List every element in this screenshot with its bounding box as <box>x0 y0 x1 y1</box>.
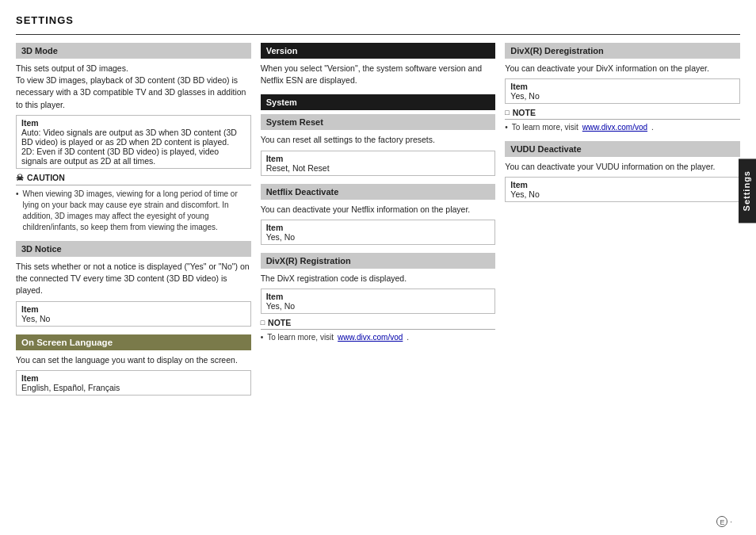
system-reset-item-label: Item <box>266 154 491 163</box>
section-3d-mode: 3D Mode This sets output of 3D images.To… <box>16 43 251 233</box>
3d-notice-text: This sets whether or not a notice is dis… <box>16 261 251 297</box>
3d-notice-header: 3D Notice <box>16 241 251 257</box>
on-screen-language-item-label: Item <box>21 373 246 383</box>
vudu-deactivate-item-label: Item <box>510 180 735 189</box>
caution-text: When viewing 3D images, viewing for a lo… <box>16 189 251 233</box>
divx-registration-note-line <box>261 329 496 330</box>
divx-deregistration-note-line <box>505 119 740 120</box>
divx-deregistration-header: DivX(R) Deregistration <box>505 43 740 59</box>
system-reset-item-box: Item Reset, Not Reset <box>261 151 496 176</box>
caution-box: ☠ CAUTION When viewing 3D images, viewin… <box>16 173 251 233</box>
netflix-deactivate-header: Netflix Deactivate <box>261 184 496 200</box>
3d-notice-item-value: Yes, No <box>21 314 246 323</box>
divx-deregistration-item-label: Item <box>510 82 735 91</box>
3d-mode-header: 3D Mode <box>16 43 251 59</box>
caution-label: CAUTION <box>27 173 65 182</box>
divx-registration-note-text: To learn more, visit www.divx.com/vod. <box>261 332 496 343</box>
divx-registration-link[interactable]: www.divx.com/vod <box>338 332 403 343</box>
divx-registration-note: □ NOTE To learn more, visit www.divx.com… <box>261 318 496 343</box>
divx-registration-item-value: Yes, No <box>266 301 491 311</box>
column-2: Version When you select "Version", the s… <box>261 43 496 351</box>
section-on-screen-language: On Screen Language You can set the langu… <box>16 334 251 396</box>
section-system-reset: System Reset You can reset all settings … <box>261 114 496 175</box>
divx-registration-text: The DivX registration code is displayed. <box>261 273 496 285</box>
netflix-deactivate-item-value: Yes, No <box>266 232 491 242</box>
divx-registration-item-label: Item <box>266 292 491 301</box>
version-text: When you select "Version", the system so… <box>261 63 496 86</box>
divx-deregistration-link[interactable]: www.divx.com/vod <box>582 122 647 133</box>
note-label-2: NOTE <box>513 108 536 117</box>
3d-mode-item-label: Item <box>21 118 246 128</box>
note-icon-2: □ <box>505 109 509 117</box>
divx-registration-item-box: Item Yes, No <box>261 289 496 314</box>
netflix-deactivate-item-label: Item <box>266 223 491 232</box>
vudu-deactivate-header: VUDU Deactivate <box>505 141 740 157</box>
caution-line <box>16 185 251 185</box>
divx-deregistration-note-text: To learn more, visit www.divx.com/vod. <box>505 122 740 133</box>
divx-registration-header: DivX(R) Registration <box>261 253 496 269</box>
page-number: E <box>716 516 727 527</box>
section-divx-registration: DivX(R) Registration The DivX registrati… <box>261 253 496 343</box>
divx-deregistration-item-value: Yes, No <box>510 91 735 101</box>
netflix-deactivate-item-box: Item Yes, No <box>261 220 496 245</box>
divx-deregistration-item-box: Item Yes, No <box>505 78 740 104</box>
on-screen-language-item-value: English, Español, Français <box>21 383 246 392</box>
3d-notice-item-label: Item <box>21 304 246 314</box>
columns-wrapper: 3D Mode This sets output of 3D images.To… <box>16 43 740 403</box>
3d-mode-item-box: Item Auto: Video signals are output as 3… <box>16 115 251 169</box>
page-title: SETTINGS <box>16 14 740 26</box>
vudu-deactivate-item-value: Yes, No <box>510 189 735 199</box>
section-version: Version When you select "Version", the s… <box>261 43 496 86</box>
divx-deregistration-text: You can deactivate your DivX information… <box>505 63 740 75</box>
page-indicator: E · <box>716 516 732 527</box>
netflix-deactivate-text: You can deactivate your Netflix informat… <box>261 204 496 216</box>
divx-registration-note-title: □ NOTE <box>261 318 496 327</box>
section-3d-notice: 3D Notice This sets whether or not a not… <box>16 241 251 327</box>
caution-icon: ☠ <box>16 173 24 182</box>
vudu-deactivate-item-box: Item Yes, No <box>505 177 740 202</box>
divx-deregistration-note: □ NOTE To learn more, visit www.divx.com… <box>505 108 740 133</box>
3d-notice-item-box: Item Yes, No <box>16 301 251 327</box>
system-reset-item-value: Reset, Not Reset <box>266 163 491 173</box>
system-reset-text: You can reset all settings to the factor… <box>261 134 496 146</box>
on-screen-language-item-box: Item English, Español, Français <box>16 370 251 396</box>
on-screen-language-text: You can set the language you want to dis… <box>16 354 251 366</box>
column-1: 3D Mode This sets output of 3D images.To… <box>16 43 251 403</box>
section-divx-deregistration: DivX(R) Deregistration You can deactivat… <box>505 43 740 133</box>
side-tab: Settings <box>739 159 756 223</box>
system-reset-header: System Reset <box>261 114 496 130</box>
vudu-deactivate-text: You can deactivate your VUDU information… <box>505 161 740 173</box>
3d-mode-text: This sets output of 3D images.To view 3D… <box>16 63 251 111</box>
section-vudu-deactivate: VUDU Deactivate You can deactivate your … <box>505 141 740 202</box>
system-header: System <box>261 94 496 110</box>
caution-title: ☠ CAUTION <box>16 173 251 182</box>
divx-deregistration-note-title: □ NOTE <box>505 108 740 117</box>
note-label: NOTE <box>268 318 291 327</box>
version-header: Version <box>261 43 496 59</box>
section-system: System System Reset You can reset all se… <box>261 94 496 343</box>
3d-mode-item-value: Auto: Video signals are output as 3D whe… <box>21 128 246 166</box>
top-divider <box>16 34 740 35</box>
section-netflix-deactivate: Netflix Deactivate You can deactivate yo… <box>261 184 496 245</box>
on-screen-language-header: On Screen Language <box>16 334 251 350</box>
page-container: SETTINGS 3D Mode This sets output of 3D … <box>0 0 756 535</box>
column-3: DivX(R) Deregistration You can deactivat… <box>505 43 740 210</box>
note-icon: □ <box>261 319 265 327</box>
